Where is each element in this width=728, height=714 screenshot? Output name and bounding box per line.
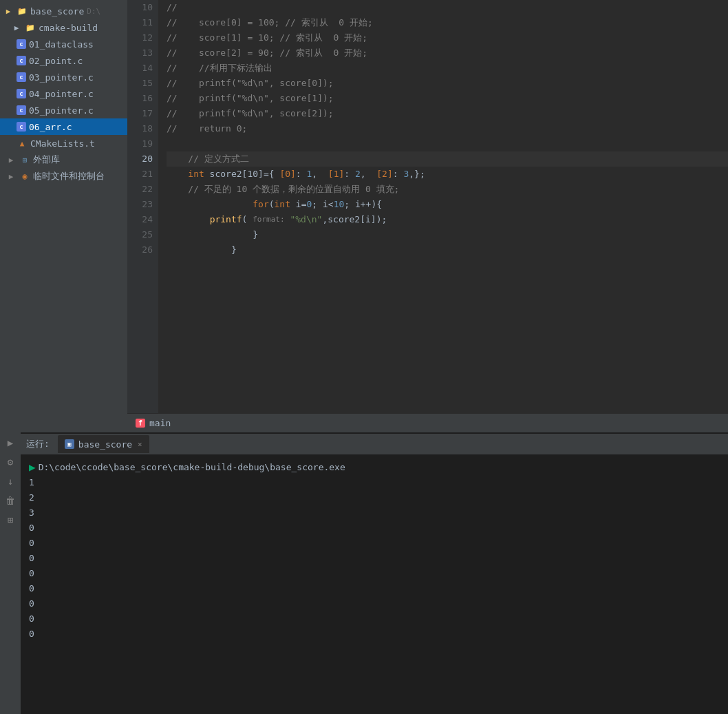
run-panel-header: 运行: ▣ base_score × <box>21 434 728 454</box>
line-num-23: 23 <box>127 197 153 212</box>
c-file-icon-05: c <box>17 105 26 115</box>
c-file-icon-06: c <box>17 122 26 132</box>
output-line-8: 0 <box>29 581 720 596</box>
sidebar-item-03[interactable]: c 03_pointer.c <box>0 69 127 85</box>
folder-icon: 📁 <box>17 6 28 17</box>
output-line-6: 0 <box>29 551 720 566</box>
toolbar-run-icon[interactable]: ▶ <box>3 435 18 450</box>
code-line-14: // //利用下标法输出 <box>167 61 728 76</box>
output-line-11: 0 <box>29 627 720 642</box>
line-num-14: 14 <box>127 61 153 76</box>
sidebar-label-cmake: cmake-build <box>39 23 98 33</box>
expand-arrow-icon: ▶ <box>11 22 22 33</box>
cmake-file-icon: ▲ <box>17 138 28 149</box>
sidebar-item-temp[interactable]: ▶ ◉ 临时文件和控制台 <box>0 168 127 185</box>
sidebar-label-temp: 临时文件和控制台 <box>33 170 105 182</box>
left-toolbar: ▶ ⚙ ↓ 🗑 ⊞ <box>0 432 21 714</box>
sidebar-label-06: 06_arr.c <box>29 122 72 132</box>
c-file-icon-01: c <box>17 39 26 49</box>
sidebar-label-05: 05_pointer.c <box>29 105 94 116</box>
bottom-area: ▶ ⚙ ↓ 🗑 ⊞ 运行: ▣ base_score × ▶ D:\code\c… <box>0 432 728 714</box>
c-file-icon-04: c <box>17 89 26 98</box>
sidebar-item-01[interactable]: c 01_dataclass <box>0 36 127 52</box>
code-line-16: // printf("%d\n", score[1]); <box>167 91 728 106</box>
sidebar-item-cmake[interactable]: ▲ CMakeLists.t <box>0 135 127 151</box>
code-line-11: // score[0] = 100; // 索引从 0 开始; <box>167 15 728 30</box>
line-num-11: 11 <box>127 15 153 30</box>
output-line-1: 1 <box>29 475 720 490</box>
sidebar-item-ext-lib[interactable]: ▶ ⊞ 外部库 <box>0 151 127 168</box>
sidebar-item-06[interactable]: c 06_arr.c <box>0 118 127 135</box>
sidebar-label-03: 03_pointer.c <box>29 72 94 83</box>
sidebar-item-cmake-build[interactable]: ▶ 📁 cmake-build <box>0 19 127 36</box>
output-line-4: 0 <box>29 521 720 536</box>
toolbar-settings-icon[interactable]: ⚙ <box>3 454 18 470</box>
sidebar-item-04[interactable]: c 04_pointer.c <box>0 85 127 102</box>
code-line-13: // score[2] = 90; // 索引从 0 开始; <box>167 45 728 61</box>
run-tab-label: base_score <box>78 439 132 450</box>
line-num-17: 17 <box>127 106 153 121</box>
line-num-15: 15 <box>127 76 153 91</box>
sidebar-label-base_score: base_score <box>30 6 84 17</box>
run-path-line: ▶ D:\code\ccode\base_score\cmake-build-d… <box>29 460 720 475</box>
output-line-2: 2 <box>29 490 720 505</box>
run-content: ▶ D:\code\ccode\base_score\cmake-build-d… <box>21 454 728 714</box>
code-line-19 <box>167 136 728 151</box>
line-num-26: 26 <box>127 242 153 258</box>
line-num-12: 12 <box>127 30 153 45</box>
line-num-21: 21 <box>127 167 153 182</box>
toolbar-grid-icon[interactable]: ⊞ <box>3 512 18 527</box>
sidebar-label-ext: 外部库 <box>33 154 60 166</box>
sidebar-item-base_score[interactable]: ▶ 📁 base_score D:\ <box>0 3 127 19</box>
line-num-25: 25 <box>127 227 153 242</box>
sidebar-label-02: 02_point.c <box>29 56 83 66</box>
code-line-12: // score[1] = 10; // 索引从 0 开始; <box>167 30 728 45</box>
ext-lib-expand-icon: ▶ <box>6 154 17 165</box>
code-line-18: // return 0; <box>167 121 728 136</box>
run-label: 运行: <box>26 438 50 450</box>
main-area: ▶ 📁 base_score D:\ ▶ 📁 cmake-build c 01_… <box>0 0 728 432</box>
toolbar-download-icon[interactable]: ↓ <box>3 474 18 489</box>
code-line-24: printf( format: "%d\n",score2[i]); <box>167 212 728 227</box>
code-line-21: int score2[10]={ [0]: 1, [1]: 2, [2]: 3,… <box>167 167 728 182</box>
run-tab-close-icon[interactable]: × <box>138 440 142 449</box>
output-line-10: 0 <box>29 611 720 627</box>
sidebar-label-cmake-txt: CMakeLists.t <box>30 138 95 149</box>
code-lines[interactable]: // // score[0] = 100; // 索引从 0 开始; // sc… <box>158 0 728 413</box>
ext-lib-icon: ⊞ <box>19 154 30 165</box>
breadcrumb-fn-name: main <box>149 418 171 428</box>
line-num-13: 13 <box>127 45 153 61</box>
c-file-icon-03: c <box>17 72 26 82</box>
code-container: 10 11 12 13 14 15 16 17 18 19 20 21 22 2… <box>127 0 728 413</box>
folder-cmake-icon: 📁 <box>25 22 36 33</box>
sidebar-label-04: 04_pointer.c <box>29 89 94 99</box>
sidebar-item-02[interactable]: c 02_point.c <box>0 52 127 69</box>
editor-area: 10 11 12 13 14 15 16 17 18 19 20 21 22 2… <box>127 0 728 432</box>
run-tab[interactable]: ▣ base_score × <box>58 435 149 453</box>
output-line-3: 3 <box>29 505 720 521</box>
line-num-16: 16 <box>127 91 153 106</box>
code-line-10: // <box>167 0 728 15</box>
path-hint: D:\ <box>87 7 100 16</box>
output-line-7: 0 <box>29 566 720 581</box>
line-num-22: 22 <box>127 182 153 197</box>
sidebar-item-05[interactable]: c 05_pointer.c <box>0 102 127 118</box>
code-line-23: ⬦ for(int i=0; i<10; i++){ <box>167 197 728 212</box>
code-line-17: // printf("%d\n", score[2]); <box>167 106 728 121</box>
line-numbers: 10 11 12 13 14 15 16 17 18 19 20 21 22 2… <box>127 0 158 413</box>
code-line-26: ⬦ } <box>167 242 728 258</box>
breadcrumb-bar: f main <box>127 413 728 432</box>
sidebar-label-01: 01_dataclass <box>29 39 94 50</box>
run-play-icon: ▶ <box>29 460 36 475</box>
c-file-icon-02: c <box>17 56 26 65</box>
output-line-9: 0 <box>29 596 720 611</box>
fn-badge: f <box>136 419 145 428</box>
code-line-22: // 不足的 10 个数据，剩余的位置自动用 0 填充; <box>167 182 728 197</box>
code-line-25: ⬦ } <box>167 227 728 242</box>
line-num-10: 10 <box>127 0 153 15</box>
run-tab-icon: ▣ <box>65 439 74 449</box>
toolbar-trash-icon[interactable]: 🗑 <box>3 493 18 508</box>
folder-arrow-icon: ▶ <box>3 6 14 17</box>
temp-icon: ◉ <box>19 171 30 182</box>
code-line-20: // 定义方式二 <box>167 151 728 167</box>
